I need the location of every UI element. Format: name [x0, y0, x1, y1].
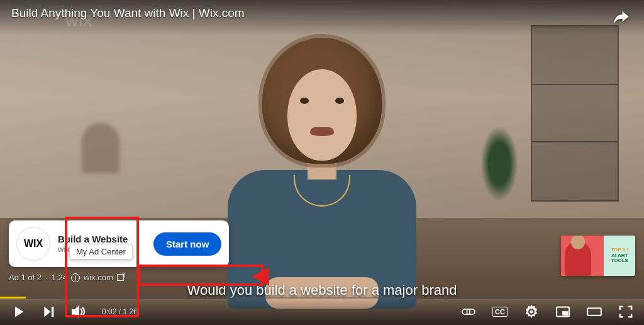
- external-link-icon[interactable]: [117, 274, 124, 281]
- ad-advertiser-logo: WIX: [16, 227, 50, 261]
- top-overlay: Build Anything You Want with Wix | Wix.c…: [0, 0, 644, 35]
- svg-rect-0: [462, 309, 475, 314]
- gear-icon: [522, 302, 541, 321]
- ad-info-icon[interactable]: i: [71, 273, 80, 282]
- share-button[interactable]: [610, 6, 633, 29]
- ad-domain-text[interactable]: wix.com: [84, 273, 113, 282]
- volume-button[interactable]: [69, 302, 88, 321]
- next-icon: [39, 302, 58, 321]
- ad-cta-button[interactable]: Start now: [153, 232, 221, 256]
- svg-rect-4: [562, 311, 568, 316]
- ad-info-line: Ad 1 of 2 · 1:24 i wix.com: [9, 273, 124, 282]
- miniplayer-button[interactable]: [553, 302, 572, 321]
- annotation-arrow: [252, 267, 269, 286]
- miniplayer-icon: [553, 302, 572, 321]
- fullscreen-icon: [616, 302, 635, 321]
- time-display: 0:02 / 1:26: [102, 307, 138, 316]
- ad-overlay-card[interactable]: WIX Build a Website wix My Ad Center Sta…: [9, 220, 229, 267]
- play-icon: [9, 302, 28, 321]
- theater-icon: [585, 302, 604, 321]
- cc-icon: CC: [492, 307, 508, 317]
- fullscreen-button[interactable]: [616, 302, 635, 321]
- volume-icon: [69, 302, 88, 321]
- ad-options-tooltip: My Ad Center: [69, 244, 133, 259]
- svg-rect-1: [467, 310, 468, 314]
- ad-counter-text: Ad 1 of 2: [9, 273, 42, 282]
- next-button[interactable]: [39, 302, 58, 321]
- autoplay-icon: [459, 302, 478, 321]
- video-title: Build Anything You Want with Wix | Wix.c…: [11, 6, 245, 20]
- play-button[interactable]: [9, 302, 28, 321]
- player-controls: 0:02 / 1:26 CC: [0, 299, 644, 325]
- settings-button[interactable]: [522, 302, 541, 321]
- share-icon: [612, 8, 631, 27]
- ad-duration-text: 1:24: [52, 273, 67, 282]
- theater-button[interactable]: [585, 302, 604, 321]
- ad-title: Build a Website: [58, 234, 146, 244]
- autoplay-toggle[interactable]: [459, 302, 478, 321]
- svg-rect-5: [587, 308, 601, 316]
- next-video-thumbnail[interactable]: 3 TOP 5 ! AI ART TOOLS: [561, 236, 635, 276]
- captions-button[interactable]: CC: [491, 302, 509, 321]
- svg-rect-2: [469, 310, 470, 314]
- video-player: WIX Build Anything You Want with Wix | W…: [0, 0, 644, 325]
